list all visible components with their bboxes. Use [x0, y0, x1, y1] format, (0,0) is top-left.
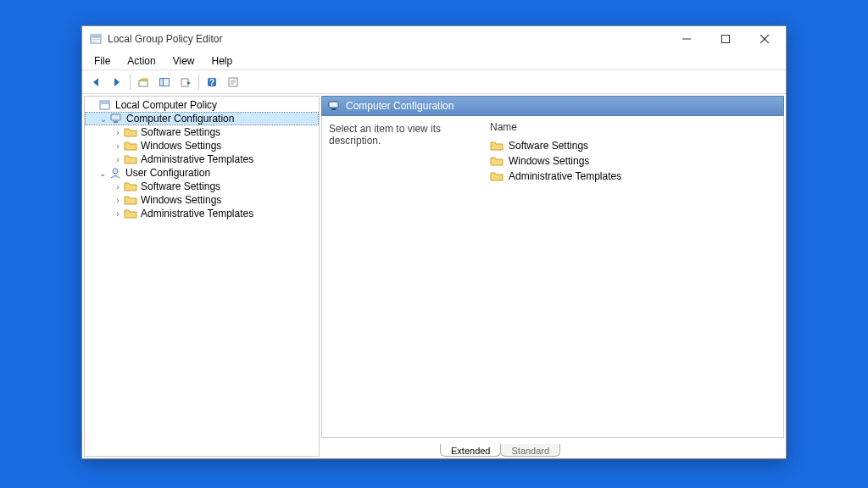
folder-icon: [124, 193, 137, 207]
detail-tabs: Extended Standard: [321, 438, 784, 457]
menu-file[interactable]: File: [86, 53, 119, 69]
list-item-software[interactable]: Software Settings: [490, 138, 776, 153]
user-icon: [108, 166, 122, 180]
svg-rect-24: [111, 114, 120, 120]
policy-icon: [98, 98, 112, 112]
app-window: Local Group Policy Editor File Action Vi…: [81, 25, 787, 459]
folder-icon: [124, 139, 137, 152]
tree-root[interactable]: Local Computer Policy: [85, 98, 319, 112]
svg-text:?: ?: [209, 78, 214, 87]
tab-standard[interactable]: Standard: [500, 444, 560, 457]
help-button[interactable]: ?: [202, 73, 222, 92]
svg-rect-13: [160, 78, 164, 86]
window-title: Local Group Policy Editor: [108, 33, 667, 45]
list-item-label: Administrative Templates: [509, 170, 621, 182]
folder-icon: [490, 139, 504, 152]
menu-action[interactable]: Action: [119, 53, 164, 69]
titlebar: Local Group Policy Editor: [82, 26, 786, 52]
tab-extended[interactable]: Extended: [440, 444, 501, 457]
svg-marker-8: [93, 78, 98, 86]
back-button[interactable]: [86, 73, 106, 92]
expander-collapse-icon[interactable]: ⌄: [97, 169, 108, 178]
menu-help[interactable]: Help: [203, 53, 242, 69]
menu-view[interactable]: View: [164, 53, 203, 69]
close-button[interactable]: [745, 27, 784, 51]
svg-rect-33: [329, 102, 338, 108]
computer-icon: [327, 99, 341, 113]
svg-rect-10: [139, 80, 147, 86]
svg-marker-30: [125, 183, 136, 191]
list-item-windows[interactable]: Windows Settings: [490, 153, 776, 169]
tree-label: Windows Settings: [141, 140, 221, 152]
svg-rect-5: [722, 36, 730, 43]
folder-icon: [490, 154, 504, 168]
tree-label: Windows Settings: [141, 194, 221, 206]
tree-computer-config[interactable]: ⌄ Computer Configuration: [85, 112, 319, 125]
detail-pane: Computer Configuration Select an item to…: [321, 96, 784, 457]
properties-button[interactable]: [223, 73, 243, 92]
tree-label: User Configuration: [125, 167, 210, 179]
svg-marker-31: [125, 197, 136, 204]
expander-expand-icon[interactable]: ›: [112, 155, 124, 164]
tree-label: Local Computer Policy: [115, 99, 217, 111]
list-pane[interactable]: Name Software Settings Windows Settings …: [483, 116, 783, 437]
up-button[interactable]: [133, 73, 153, 92]
svg-marker-27: [125, 142, 136, 150]
column-header-name[interactable]: Name: [490, 119, 776, 138]
show-hide-tree-button[interactable]: [154, 73, 175, 92]
svg-marker-9: [114, 78, 120, 86]
svg-marker-11: [140, 79, 147, 80]
svg-marker-32: [125, 210, 136, 218]
folder-icon: [124, 125, 137, 139]
folder-icon: [124, 152, 137, 166]
svg-rect-3: [92, 41, 97, 42]
svg-rect-1: [92, 36, 100, 38]
tree-label: Administrative Templates: [141, 153, 253, 165]
svg-marker-37: [491, 173, 503, 180]
detail-title: Computer Configuration: [346, 100, 453, 112]
svg-rect-23: [101, 102, 108, 104]
list-item-admin[interactable]: Administrative Templates: [490, 169, 776, 184]
tree-uc-admin[interactable]: › Administrative Templates: [85, 207, 319, 220]
svg-marker-35: [491, 142, 503, 150]
content-body: Local Computer Policy ⌄ Computer Configu…: [82, 94, 786, 458]
toolbar-separator: [198, 75, 199, 90]
tree-cc-windows[interactable]: › Windows Settings: [85, 139, 319, 152]
description-pane: Select an item to view its description.: [322, 116, 483, 437]
tree-user-config[interactable]: ⌄ User Configuration: [85, 166, 319, 180]
expander-expand-icon[interactable]: ›: [112, 182, 124, 191]
expander-expand-icon[interactable]: ›: [112, 128, 124, 137]
folder-icon: [124, 207, 137, 220]
forward-button[interactable]: [107, 73, 127, 92]
expander-collapse-icon[interactable]: ⌄: [97, 114, 109, 124]
tree-label: Computer Configuration: [126, 113, 234, 125]
list-item-label: Software Settings: [509, 140, 588, 152]
tree-cc-software[interactable]: › Software Settings: [85, 125, 319, 139]
tree-label: Administrative Templates: [141, 208, 253, 219]
menubar: File Action View Help: [82, 52, 786, 70]
expander-expand-icon[interactable]: ›: [112, 141, 124, 151]
folder-icon: [490, 169, 504, 183]
svg-marker-15: [187, 81, 191, 85]
minimize-button[interactable]: [667, 27, 706, 51]
tree-label: Software Settings: [141, 180, 220, 192]
expander-expand-icon[interactable]: ›: [112, 209, 124, 219]
svg-marker-26: [125, 129, 136, 136]
tree-label: Software Settings: [141, 126, 220, 138]
export-list-button[interactable]: [175, 73, 196, 92]
description-text: Select an item to view its description.: [329, 123, 441, 147]
expander-expand-icon[interactable]: ›: [112, 196, 124, 205]
computer-icon: [109, 112, 123, 125]
tree-cc-admin[interactable]: › Administrative Templates: [85, 152, 319, 166]
tree-uc-software[interactable]: › Software Settings: [85, 180, 319, 193]
tree-uc-windows[interactable]: › Windows Settings: [85, 193, 319, 207]
svg-rect-34: [331, 108, 336, 110]
svg-marker-28: [125, 156, 136, 164]
toolbar-separator: [130, 75, 131, 90]
tree-pane[interactable]: Local Computer Policy ⌄ Computer Configu…: [84, 96, 320, 457]
toolbar: ?: [82, 70, 786, 94]
detail-header: Computer Configuration: [321, 96, 784, 116]
svg-point-29: [113, 169, 118, 174]
maximize-button[interactable]: [706, 27, 745, 51]
svg-rect-25: [114, 121, 118, 123]
